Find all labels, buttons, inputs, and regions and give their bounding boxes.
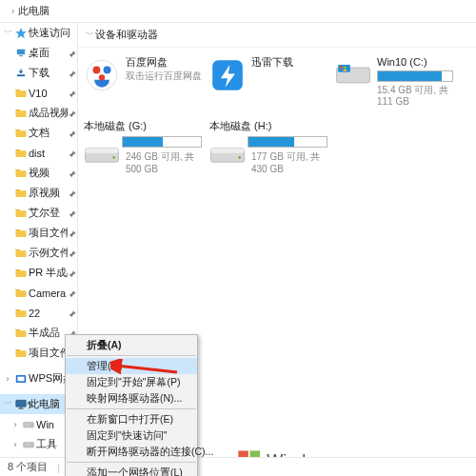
local-drive[interactable]: 本地磁盘 (G:)246 GB 可用, 共 500 GB — [82, 119, 202, 174]
sidebar-item-label: Camera — [29, 288, 68, 299]
breadcrumb[interactable]: › 此电脑 — [0, 0, 476, 23]
context-menu[interactable]: 折叠(A)管理(G)固定到"开始"屏幕(P)映射网络驱动器(N)...在新窗口中… — [65, 334, 198, 476]
pin-icon — [68, 287, 77, 298]
sidebar-item[interactable]: 22 — [0, 303, 77, 323]
folder-icon — [13, 327, 29, 338]
sidebar-item-label: 项目文件 — [29, 226, 68, 240]
pin-icon — [68, 227, 77, 238]
caret-right-icon[interactable]: › — [10, 440, 21, 449]
context-menu-item[interactable]: 添加一个网络位置(L) — [66, 465, 197, 476]
sidebar-item-label: dist — [29, 148, 68, 159]
sidebar-item-label: 示例文件 — [29, 246, 68, 260]
sidebar-item-label: 文档 — [29, 126, 68, 140]
breadcrumb-chevron: › — [11, 6, 14, 16]
svg-rect-6 — [16, 400, 27, 407]
svg-rect-7 — [19, 407, 23, 407]
pin-icon — [68, 47, 77, 58]
svg-rect-30 — [344, 67, 347, 69]
drive-icon — [21, 418, 36, 431]
pin-icon — [68, 67, 77, 78]
devices-drives-header[interactable]: ﹀ 设备和驱动器 — [78, 23, 476, 48]
tile-title: Win10 (C:) — [377, 55, 453, 69]
context-menu-item[interactable]: 在新窗口中打开(E) — [66, 411, 197, 427]
sidebar-item[interactable]: 示例文件 — [0, 243, 77, 263]
context-menu-item[interactable]: 固定到"快速访问" — [66, 427, 197, 444]
drive-tile[interactable]: Win10 (C:)15.4 GB 可用, 共 111 GB — [333, 55, 453, 108]
status-count: 8 个项目 — [8, 460, 48, 474]
drive-sub: 246 GB 可用, 共 500 GB — [122, 150, 202, 174]
star-icon — [13, 27, 29, 40]
local-drive[interactable]: 本地磁盘 (H:)177 GB 可用, 共 430 GB — [208, 119, 327, 174]
caret-right-icon[interactable]: › — [2, 374, 13, 384]
sidebar-item-label: 艾尔登 — [29, 206, 68, 220]
desktop-icon — [13, 48, 29, 58]
sidebar-item[interactable]: 艾尔登 — [0, 203, 77, 223]
context-menu-separator — [67, 462, 196, 463]
sidebar-item-label: 原视频 — [29, 186, 68, 200]
svg-point-38 — [238, 156, 241, 159]
drive-tile[interactable]: 迅雷下载 — [208, 55, 327, 108]
chevron-down-icon[interactable]: ﹀ — [84, 29, 95, 41]
folder-icon — [13, 168, 29, 178]
pin-icon — [68, 107, 77, 118]
svg-point-12 — [31, 445, 32, 446]
pin-icon — [68, 87, 77, 98]
pin-icon — [68, 167, 77, 178]
sidebar-item[interactable]: 原视频 — [0, 183, 77, 203]
sidebar-item[interactable]: 视频 — [0, 163, 77, 183]
sidebar-item-label: 成品视频 — [29, 106, 68, 120]
annotation-arrow — [110, 359, 181, 380]
svg-point-25 — [99, 74, 105, 80]
sidebar-item[interactable]: 桌面 — [0, 43, 77, 63]
sidebar-item[interactable]: PR 半成品 — [0, 263, 77, 283]
folder-icon — [13, 288, 29, 298]
folder-icon — [13, 347, 29, 358]
cdrive-icon — [333, 55, 373, 95]
context-menu-item[interactable]: 映射网络驱动器(N)... — [66, 390, 197, 407]
pin-icon — [68, 187, 77, 198]
folder-icon — [13, 148, 29, 158]
sidebar-item[interactable]: 文档 — [0, 123, 77, 143]
sidebar-item[interactable]: Camera — [0, 283, 77, 303]
wps-icon — [13, 372, 29, 386]
sidebar-item[interactable]: 成品视频 — [0, 103, 77, 123]
sidebar-item-label: V10 — [29, 88, 68, 99]
svg-rect-1 — [17, 50, 25, 55]
folder-icon — [13, 208, 29, 218]
tile-sub: 双击运行百度网盘 — [126, 70, 202, 82]
tiles-row: 百度网盘双击运行百度网盘迅雷下载Win10 (C:)15.4 GB 可用, 共 … — [78, 48, 476, 115]
breadcrumb-root[interactable]: 此电脑 — [18, 4, 50, 18]
folder-icon — [13, 108, 29, 118]
svg-rect-34 — [86, 149, 119, 153]
context-menu-item[interactable]: 断开网络驱动器的连接(C)... — [66, 444, 197, 460]
context-menu-separator — [67, 408, 196, 409]
caret-right-icon[interactable]: › — [10, 420, 21, 429]
tile-title: 迅雷下载 — [251, 55, 327, 69]
folder-icon — [13, 228, 29, 238]
sidebar-item-label: 视频 — [29, 166, 68, 180]
svg-rect-2 — [19, 55, 23, 56]
sidebar-item[interactable]: 下载 — [0, 63, 77, 83]
drive-icon — [21, 438, 36, 451]
cursor-icon: ↖ — [27, 399, 34, 409]
pin-icon — [68, 147, 77, 158]
quick-access-node[interactable]: ﹀ 快速访问 — [0, 23, 77, 43]
sidebar-item[interactable]: dist — [0, 143, 77, 163]
pin-icon — [68, 307, 77, 318]
svg-rect-8 — [18, 408, 24, 409]
sidebar-item[interactable]: V10 — [0, 83, 77, 103]
svg-marker-0 — [15, 28, 27, 38]
caret-down-icon[interactable]: ﹀ — [2, 398, 13, 410]
context-menu-item[interactable]: 折叠(A) — [66, 337, 197, 353]
svg-point-10 — [31, 425, 32, 426]
svg-rect-31 — [340, 69, 343, 71]
sidebar-item[interactable]: 项目文件 — [0, 223, 77, 243]
drive-name: 本地磁盘 (G:) — [84, 119, 202, 136]
pin-icon — [68, 267, 77, 278]
sidebar-item-label: 项目文件 — [29, 346, 68, 360]
sidebar-item-label: 22 — [29, 307, 68, 319]
caret-down-icon[interactable]: ﹀ — [2, 27, 13, 39]
svg-line-39 — [116, 366, 177, 372]
drive-tile[interactable]: 百度网盘双击运行百度网盘 — [82, 55, 202, 108]
folder-icon — [13, 307, 29, 318]
